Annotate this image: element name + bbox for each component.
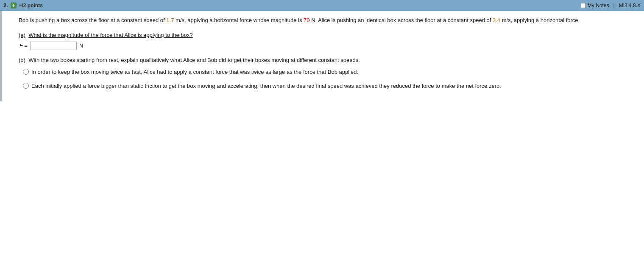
force-answer-input[interactable] xyxy=(30,42,77,50)
notes-checkbox[interactable] xyxy=(581,3,586,8)
unit-label: N xyxy=(79,42,83,49)
option-1-text: In order to keep the box moving twice as… xyxy=(31,68,358,77)
intro-text-2: m/s, applying a horizontal force whose m… xyxy=(174,17,304,23)
question-number: 2. xyxy=(3,2,8,8)
part-b-question: With the two boxes starting from rest, e… xyxy=(28,57,360,63)
plus-icon[interactable]: + xyxy=(11,3,17,8)
header-bar: 2. + –/2 points My Notes | MI3 4.8.X xyxy=(0,0,644,11)
part-a-question-underlined: What is the magnitude of the force that … xyxy=(28,32,192,38)
radio-option-1: In order to keep the box moving twice as… xyxy=(23,68,639,77)
header-left: 2. + –/2 points xyxy=(3,2,43,8)
my-notes-link[interactable]: My Notes xyxy=(581,3,609,8)
header-right: My Notes | MI3 4.8.X xyxy=(581,3,641,8)
part-b-label: (b) xyxy=(19,57,25,63)
intro-text-1: Bob is pushing a box across the floor at… xyxy=(19,17,166,23)
content-area: Bob is pushing a box across the floor at… xyxy=(0,11,644,101)
my-notes-label: My Notes xyxy=(588,3,609,8)
radio-option-2: Each initially applied a force bigger th… xyxy=(23,82,639,91)
part-a-identifier: (a) xyxy=(19,32,25,38)
speed-alice: 3.4 xyxy=(493,17,500,23)
part-a-label: (a) What is the magnitude of the force t… xyxy=(19,31,639,40)
intro-text-4: m/s, applying a horizontal force. xyxy=(500,17,580,23)
f-label: F = xyxy=(20,42,28,49)
problem-intro: Bob is pushing a box across the floor at… xyxy=(19,16,639,25)
points-label: –/2 points xyxy=(19,3,43,8)
separator: | xyxy=(613,3,615,8)
force-bob: 70 xyxy=(304,17,309,23)
version-label: MI3 4.8.X xyxy=(619,3,641,8)
part-a-question: What is the magnitude of the force that … xyxy=(28,32,192,38)
part-a-input-row: F = N xyxy=(20,42,639,50)
intro-text-3: N. Alice is pushing an identical box acr… xyxy=(310,17,493,23)
radio-option-1-input[interactable] xyxy=(23,69,29,75)
radio-option-2-input[interactable] xyxy=(23,83,29,89)
speed-bob: 1.7 xyxy=(166,17,174,23)
part-b-text: (b) With the two boxes starting from res… xyxy=(19,56,639,65)
option-2-text: Each initially applied a force bigger th… xyxy=(31,82,501,91)
